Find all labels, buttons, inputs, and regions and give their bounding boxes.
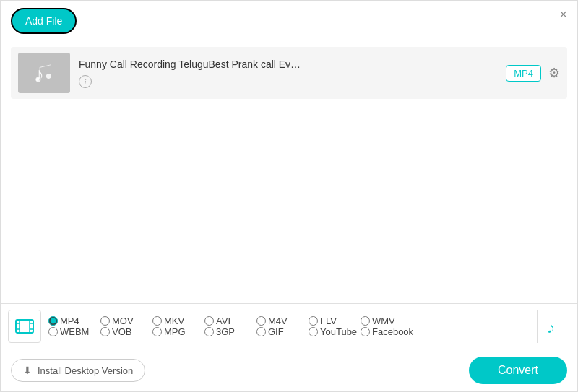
format-gif[interactable]: GIF <box>256 326 309 337</box>
file-item: ♪ Funny Call Recording TeluguBest Prank … <box>11 47 567 99</box>
format-vob[interactable]: VOB <box>100 326 152 337</box>
add-file-button[interactable]: Add File <box>11 8 77 34</box>
format-facebook[interactable]: Facebook <box>361 326 413 337</box>
music-note-icon: ♪ <box>545 317 564 336</box>
download-icon: ⬇ <box>23 365 32 376</box>
format-row-2: WEBM VOB MPG 3GP GIF YouT <box>48 326 532 337</box>
video-format-icon <box>8 310 41 343</box>
format-options: MP4 MOV MKV AVI M4V FLV <box>48 315 532 337</box>
format-mpg[interactable]: MPG <box>152 326 204 337</box>
install-label: Install Desktop Version <box>38 365 133 376</box>
format-3gp[interactable]: 3GP <box>204 326 256 337</box>
format-row-1: MP4 MOV MKV AVI M4V FLV <box>48 315 532 326</box>
audio-format-icon: ♪ <box>537 310 570 343</box>
svg-text:♪: ♪ <box>547 318 555 336</box>
file-info: Funny Call Recording TeluguBest Prank ca… <box>70 58 506 88</box>
music-icon: ♪ <box>31 60 57 86</box>
format-avi[interactable]: AVI <box>204 315 256 326</box>
main-window: Add File × ♪ Funny Call Recording Telugu… <box>0 0 578 392</box>
format-section: MP4 MOV MKV AVI M4V FLV <box>1 304 577 349</box>
format-mp4[interactable]: MP4 <box>48 315 100 326</box>
format-youtube[interactable]: YouTube <box>309 326 361 337</box>
close-button[interactable]: × <box>559 8 567 21</box>
format-webm[interactable]: WEBM <box>48 326 100 337</box>
file-name: Funny Call Recording TeluguBest Prank ca… <box>79 58 497 70</box>
footer-bar: ⬇ Install Desktop Version Convert <box>1 349 577 391</box>
film-icon <box>14 316 35 336</box>
top-bar: Add File × <box>1 1 577 41</box>
convert-button[interactable]: Convert <box>469 357 567 384</box>
info-icon[interactable]: i <box>79 75 92 88</box>
format-m4v[interactable]: M4V <box>256 315 309 326</box>
file-actions: MP4 ⚙ <box>506 65 560 82</box>
file-list: ♪ Funny Call Recording TeluguBest Prank … <box>1 41 577 303</box>
format-mkv[interactable]: MKV <box>152 315 204 326</box>
format-wmv[interactable]: WMV <box>361 315 413 326</box>
bottom-bar: MP4 MOV MKV AVI M4V FLV <box>1 303 577 391</box>
file-thumbnail: ♪ <box>18 53 70 93</box>
settings-icon[interactable]: ⚙ <box>548 65 560 81</box>
format-mov[interactable]: MOV <box>100 315 152 326</box>
format-badge[interactable]: MP4 <box>506 65 541 82</box>
install-desktop-button[interactable]: ⬇ Install Desktop Version <box>11 359 145 382</box>
format-flv[interactable]: FLV <box>309 315 361 326</box>
svg-rect-1 <box>16 320 33 333</box>
svg-text:♪: ♪ <box>35 64 45 85</box>
